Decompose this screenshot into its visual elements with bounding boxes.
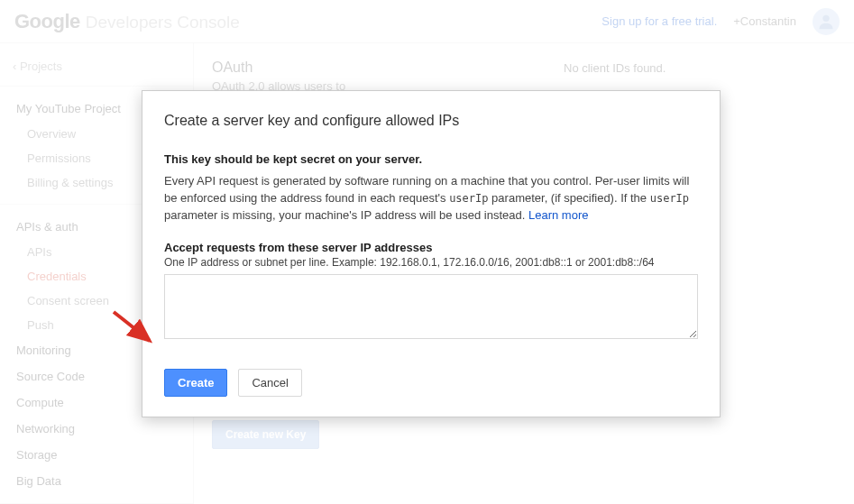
modal-dialog: Create a server key and configure allowe… xyxy=(142,90,721,417)
create-button[interactable]: Create xyxy=(164,369,227,397)
main-status: No client IDs found. xyxy=(564,61,666,75)
logo: Google Developers Console xyxy=(14,10,240,33)
sidebar-item-bigdata[interactable]: Big Data xyxy=(0,468,193,494)
modal-mono1: userIp xyxy=(449,192,488,205)
main-heading: OAuth xyxy=(212,60,836,76)
modal-description: Every API request is generated by softwa… xyxy=(164,173,698,225)
modal-ip-label: Accept requests from these server IP add… xyxy=(164,241,698,254)
svg-point-0 xyxy=(822,14,829,21)
header: Google Developers Console Sign up for a … xyxy=(0,0,854,43)
modal-title: Create a server key and configure allowe… xyxy=(164,113,698,129)
logo-google: Google xyxy=(14,10,80,33)
avatar[interactable] xyxy=(813,8,840,35)
ip-addresses-textarea[interactable] xyxy=(164,274,698,339)
modal-warning: This key should be kept secret on your s… xyxy=(164,152,698,166)
logo-console: Developers Console xyxy=(86,13,240,32)
modal-actions: Create Cancel xyxy=(164,369,698,397)
modal-desc-b: parameter, (if specified). If the xyxy=(489,191,650,205)
header-right: Sign up for a free trial. +Constantin xyxy=(601,8,840,35)
modal-mono2: userIp xyxy=(650,192,689,205)
modal-learn-more-link[interactable]: Learn more xyxy=(528,208,588,222)
username[interactable]: +Constantin xyxy=(733,14,796,28)
sidebar-item-storage[interactable]: Storage xyxy=(0,442,193,468)
signup-link[interactable]: Sign up for a free trial. xyxy=(601,14,717,28)
modal-desc-c: parameter is missing, your machine's IP … xyxy=(164,208,528,222)
user-icon xyxy=(816,12,836,32)
sidebar-item-networking[interactable]: Networking xyxy=(0,416,193,442)
sidebar-back[interactable]: Projects xyxy=(0,56,193,86)
create-new-key-button[interactable]: Create new Key xyxy=(212,420,319,449)
modal-ip-hint: One IP address or subnet per line. Examp… xyxy=(164,256,698,269)
cancel-button[interactable]: Cancel xyxy=(238,369,301,397)
